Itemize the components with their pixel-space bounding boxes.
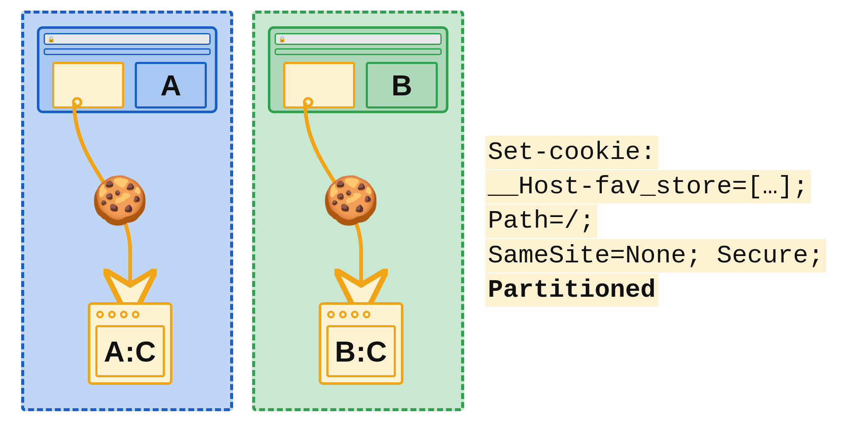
jar-label-b: B:C (335, 335, 387, 368)
jar-dot (339, 311, 347, 318)
set-cookie-header: Set-cookie: __Host-fav_store=[…]; Path=/… (485, 136, 850, 308)
third-party-iframe-a (52, 62, 124, 109)
cookie-jar-b: B:C (319, 302, 403, 385)
site-label-a: A (137, 64, 205, 106)
jar-dot (132, 311, 139, 318)
jar-dot (108, 311, 116, 318)
first-party-panel-a: A (135, 62, 207, 109)
code-line: Set-cookie: (485, 136, 658, 169)
cookie-jar-a: A:C (88, 302, 172, 385)
jar-dot (363, 311, 370, 318)
code-line: SameSite=None; Secure; (485, 239, 826, 273)
partition-a: 🔒 A 🍪 (21, 11, 233, 411)
jar-body-b: B:C (326, 325, 396, 377)
jar-dot (351, 311, 359, 318)
diagram-stage: 🔒 A 🍪 (0, 0, 868, 426)
code-line: __Host-fav_store=[…]; (485, 170, 811, 203)
tab-strip-a (44, 48, 211, 55)
address-bar-b: 🔒 (275, 33, 442, 45)
first-party-panel-b: B (366, 62, 438, 109)
jar-dot (327, 311, 335, 318)
jar-label-a: A:C (104, 335, 156, 368)
code-line: Path=/; (485, 204, 597, 238)
cookie-icon: 🍪 (322, 177, 380, 223)
browser-window-a: 🔒 A (37, 26, 217, 113)
tab-strip-b (275, 48, 442, 55)
jar-dot (96, 311, 104, 318)
iframe-port-b (303, 97, 313, 107)
jar-titlebar-dots (327, 311, 370, 318)
site-label-b: B (368, 64, 436, 106)
code-line-partitioned: Partitioned (485, 273, 658, 307)
third-party-iframe-b (283, 62, 355, 109)
iframe-port-a (72, 97, 82, 107)
jar-dot (120, 311, 128, 318)
address-bar-a: 🔒 (44, 33, 211, 45)
jar-titlebar-dots (96, 311, 139, 318)
cookie-icon: 🍪 (91, 177, 149, 223)
browser-window-b: 🔒 B (268, 26, 448, 113)
lock-icon: 🔒 (47, 36, 55, 42)
lock-icon: 🔒 (278, 36, 286, 42)
jar-body-a: A:C (95, 325, 165, 377)
partition-b: 🔒 B 🍪 (252, 11, 464, 411)
